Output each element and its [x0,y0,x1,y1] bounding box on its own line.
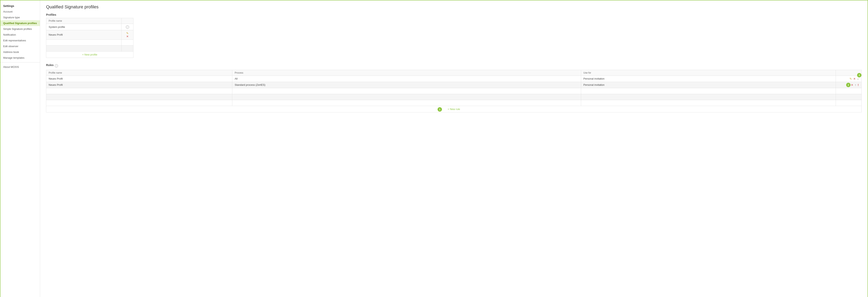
new-profile-button[interactable]: + New profile [46,52,133,58]
sidebar-item-notification[interactable]: Notification [0,32,40,37]
main-content: Qualified Signature profiles Profiles Pr… [40,0,868,297]
delete-icon[interactable]: ✕ [126,35,129,38]
table-row-empty [46,88,862,94]
rule-1-process: All [232,76,581,82]
profile-name-neues: Neues Profil [46,30,122,39]
rules-title-row: Rules i [46,63,862,68]
sidebar-item-qualified-signature-profiles[interactable]: Qualified Signature profiles [0,20,40,26]
profiles-col-name: Profile name [46,18,122,24]
rule-2-actions: ✎ ✕ ↑ ! 2 [836,82,862,88]
profiles-table: Profile name System profile i Neues Prof… [46,18,133,52]
rules-col-process: Process [232,70,581,76]
info-icon[interactable]: i [126,25,129,29]
rules-info-icon[interactable]: i [55,64,58,68]
badge-1: 1 [438,107,442,112]
rule-warn-icon[interactable]: ! [858,83,859,86]
sidebar-item-address-book[interactable]: Address book [0,49,40,55]
sidebar-divider [0,62,40,62]
table-row: Neues Profil ✎ ✕ [46,30,133,39]
edit-icon[interactable]: ✎ [126,32,129,35]
rules-table: Profile name Process Use for Neues Profi… [46,70,862,106]
profile-system-actions: i [122,24,133,30]
rules-section: Rules i Profile name Process Use for [46,63,862,112]
badge-2: 2 [846,83,850,87]
table-row: Neues Profil All Personal invitation ✎ ✕… [46,76,862,82]
rules-col-profile: Profile name [46,70,232,76]
profile-neues-actions: ✎ ✕ [122,30,133,39]
rule-delete-icon-2[interactable]: ✕ [851,83,853,86]
rules-container: Profile name Process Use for Neues Profi… [46,70,862,112]
sidebar-title: Settings [0,2,40,9]
rule-1-use-for: Personal invitation [581,76,836,82]
rule-1-profile: Neues Profil [46,76,232,82]
page-title: Qualified Signature profiles [46,4,862,9]
rules-section-title: Rules [46,63,54,66]
profile-name-system: System profile [46,24,122,30]
table-row: System profile i [46,24,133,30]
rule-2-profile: Neues Profil [46,82,232,88]
table-row: Neues Profil Standard process (ZertES) P… [46,82,862,88]
rule-1-actions: ✎ ✕ ↓ 3 [836,76,862,82]
rule-2-use-for: Personal invitation [581,82,836,88]
sidebar-item-signature-type[interactable]: Signature type [0,15,40,20]
profiles-section-title: Profiles [46,13,862,16]
table-row-empty [46,94,862,100]
rule-delete-icon[interactable]: ✕ [853,77,856,80]
sidebar-item-manage-templates[interactable]: Manage templates [0,55,40,61]
new-rule-label: + New rule [448,108,460,111]
table-row-empty [46,100,862,106]
profiles-col-actions [122,18,133,24]
app-layout: Settings Account Signature type Qualifie… [0,0,868,297]
rule-edit-icon[interactable]: ✎ [849,77,852,80]
rule-up-icon[interactable]: ↑ [855,83,856,86]
sidebar-item-simple-signature-profiles[interactable]: Simple Signature profiles [0,26,40,32]
table-row-empty [46,39,133,45]
table-row-empty [46,45,133,51]
sidebar-item-account[interactable]: Account [0,9,40,15]
new-rule-container: + New rule 1 [46,106,862,112]
badge-3: 3 [857,73,862,77]
sidebar: Settings Account Signature type Qualifie… [0,0,40,297]
rules-col-use-for: Use for [581,70,836,76]
new-rule-button[interactable]: + New rule [46,106,862,112]
sidebar-item-edit-observer[interactable]: Edit observer [0,43,40,49]
sidebar-item-edit-representatives[interactable]: Edit representatives [0,37,40,43]
rule-2-process: Standard process (ZertES) [232,82,581,88]
rule-down-icon[interactable]: ↓ [857,77,859,80]
sidebar-item-about-moxis[interactable]: About MOXIS [0,64,40,70]
